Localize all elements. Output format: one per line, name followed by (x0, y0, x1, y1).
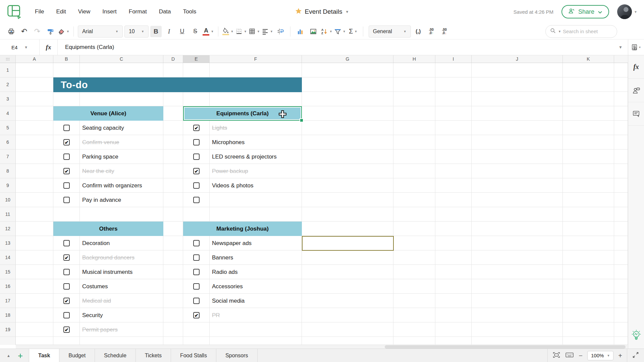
row-header-16[interactable]: 16 (0, 279, 16, 294)
italic-button[interactable]: I (163, 26, 175, 37)
horizontal-align-icon[interactable]: ▼ (262, 26, 273, 37)
checkbox-cell[interactable] (183, 178, 210, 193)
fit-to-screen-icon[interactable] (552, 351, 560, 360)
preview-chevron-down-icon[interactable]: ▼ (639, 46, 641, 49)
checkbox-cell[interactable] (53, 135, 80, 149)
undo-icon[interactable]: ↶ (18, 26, 30, 37)
checkbox-cell[interactable] (53, 236, 80, 250)
column-header-b[interactable]: B (53, 55, 80, 63)
title-chevron-down-icon[interactable]: ▼ (345, 10, 349, 14)
sheet-grid[interactable]: To-do Venue (Alice) Equipments (Carla) O… (16, 63, 628, 345)
row-header-8[interactable]: 8 (0, 164, 16, 178)
task-label-cell[interactable]: Parking space (80, 149, 163, 164)
column-header-d[interactable]: D (163, 55, 183, 63)
task-label-cell[interactable]: Near the city (80, 164, 163, 178)
column-header-g[interactable]: G (302, 55, 393, 63)
row-header-17[interactable]: 17 (0, 294, 16, 308)
fx-icon[interactable]: fx (40, 40, 58, 55)
task-label-cell[interactable]: Musical instruments (80, 265, 163, 279)
checkbox-cell[interactable] (183, 308, 210, 322)
sheet-list-icon[interactable]: ▲ (7, 354, 10, 358)
comma-format-button[interactable]: (,) (413, 26, 424, 37)
sheet-tab-sponsors[interactable]: Sponsors (216, 349, 258, 362)
user-account[interactable]: ▼ (617, 4, 637, 19)
sheet-tab-budget[interactable]: Budget (59, 349, 95, 362)
venue-section-header-cell[interactable]: Venue (Alice) (53, 106, 163, 121)
task-label-cell[interactable]: Social media (210, 294, 302, 308)
sum-button[interactable]: Σ ▼ (347, 26, 359, 37)
sheet-tab-schedule[interactable]: Schedule (95, 349, 136, 362)
row-header-15[interactable]: 15 (0, 265, 16, 279)
text-color-chevron-down-icon[interactable]: ▼ (211, 30, 214, 33)
todo-banner-cell[interactable]: To-do (53, 77, 302, 92)
task-label-cell[interactable]: Banners (210, 250, 302, 265)
zoom-level-select[interactable]: 100% ▼ (587, 351, 613, 360)
task-label-cell[interactable]: Videos & photos (210, 178, 302, 193)
search-input[interactable] (563, 28, 609, 34)
checkbox-cell[interactable] (53, 322, 80, 337)
checkbox-cell[interactable] (183, 149, 210, 164)
increase-decimal-icon[interactable]: .00.0↑ (426, 26, 437, 37)
eraser-chevron-down-icon[interactable]: ▼ (66, 30, 69, 33)
checkbox-cell[interactable] (183, 250, 210, 265)
collaborators-panel-icon[interactable] (628, 79, 644, 102)
column-header-h[interactable]: H (393, 55, 435, 63)
zia-assistant-icon[interactable] (628, 329, 644, 341)
task-label-cell[interactable]: Background dancers (80, 250, 163, 265)
horizontal-scrollbar[interactable] (16, 345, 628, 349)
search-chevron-down-icon[interactable]: ▼ (558, 30, 561, 33)
marketing-section-header-cell[interactable]: Marketing (Joshua) (183, 222, 302, 236)
text-color-button[interactable]: A ▼ (203, 26, 214, 37)
filter-chevron-down-icon[interactable]: ▼ (343, 30, 346, 33)
column-header-e[interactable]: E (183, 55, 210, 63)
zoom-out-icon[interactable]: − (579, 352, 583, 359)
task-label-cell[interactable]: Security (80, 308, 163, 322)
functions-panel-icon[interactable]: fx (628, 55, 644, 79)
comments-panel-icon[interactable] (628, 102, 644, 126)
task-label-cell[interactable]: Accessories (210, 279, 302, 294)
checkbox-cell[interactable] (183, 193, 210, 207)
others-section-header-cell[interactable]: Others (53, 222, 163, 236)
number-format-select[interactable]: General ▼ (369, 25, 411, 38)
underline-button[interactable]: U (176, 26, 188, 37)
checkbox-cell[interactable] (53, 149, 80, 164)
checkbox-cell[interactable] (183, 121, 210, 135)
sort-chevron-down-icon[interactable]: ▼ (329, 30, 332, 33)
row-header-1[interactable]: 1 (0, 63, 16, 77)
row-header-19[interactable]: 19 (0, 322, 16, 337)
sheet-search[interactable]: ▼ (545, 25, 617, 38)
row-header-6[interactable]: 6 (0, 135, 16, 149)
name-box-chevron-down-icon[interactable]: ▼ (24, 45, 28, 49)
checkbox-cell[interactable] (183, 294, 210, 308)
eraser-icon[interactable]: ▼ (58, 26, 69, 37)
task-label-cell[interactable]: Confirm with organizers (80, 178, 163, 193)
task-label-cell[interactable]: Seating capacity (80, 121, 163, 135)
column-header-f[interactable]: F (210, 55, 302, 63)
fill-color-icon[interactable]: ▼ (222, 26, 234, 37)
sheet-tab-food-stalls[interactable]: Food Stalls (171, 349, 216, 362)
equipment-section-header-cell-selected[interactable]: Equipments (Carla) (183, 106, 302, 121)
task-label-cell[interactable]: Lights (210, 121, 302, 135)
wrap-text-icon[interactable] (275, 26, 286, 37)
task-label-cell[interactable]: Newspaper ads (210, 236, 302, 250)
row-header-4[interactable]: 4 (0, 106, 16, 121)
row-header-3[interactable]: 3 (0, 92, 16, 106)
task-label-cell[interactable]: PR (210, 308, 302, 322)
formula-bar-chevron-down-icon[interactable]: ▼ (613, 45, 628, 50)
row-header-12[interactable]: 12 (0, 222, 16, 236)
task-label-cell[interactable] (210, 193, 302, 207)
favorite-star-icon[interactable] (295, 8, 302, 16)
add-sheet-icon[interactable]: + (18, 351, 23, 360)
bold-button[interactable]: B (150, 26, 162, 37)
merge-cells-chevron-down-icon[interactable]: ▼ (257, 30, 260, 33)
font-family-select[interactable]: Arial ▼ (78, 25, 123, 38)
task-label-cell[interactable]: Microphones (210, 135, 302, 149)
row-header-18[interactable]: 18 (0, 308, 16, 322)
document-title[interactable]: Event Details (305, 8, 342, 15)
task-label-cell[interactable]: Permit papers (80, 322, 163, 337)
column-header-k[interactable]: K (563, 55, 614, 63)
row-header-13[interactable]: 13 (0, 236, 16, 250)
checkbox-cell[interactable] (53, 121, 80, 135)
formula-input[interactable]: Equipments (Carla) (58, 44, 613, 51)
task-label-cell[interactable]: Decoration (80, 236, 163, 250)
